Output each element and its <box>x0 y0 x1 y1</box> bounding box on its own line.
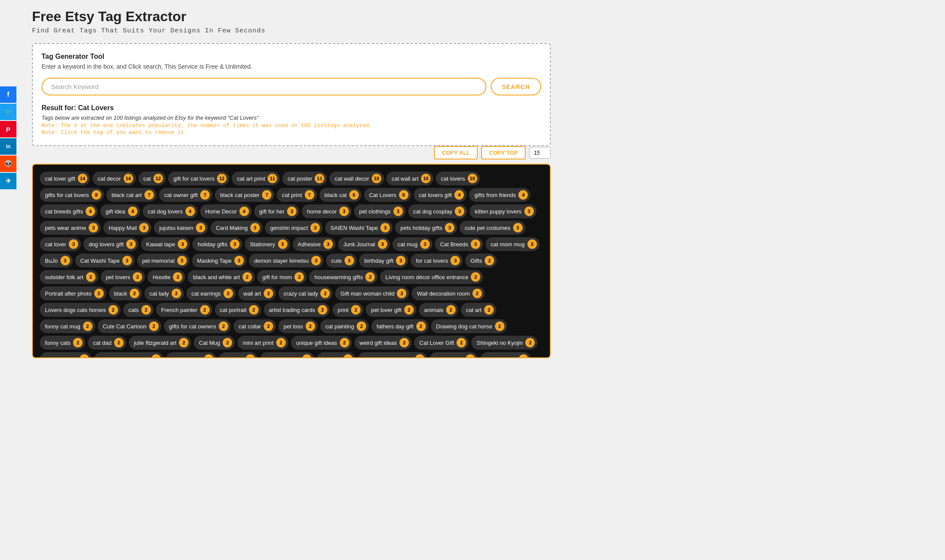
tag-pill[interactable]: pet memorial3 <box>137 254 189 267</box>
tag-pill[interactable]: black cat art7 <box>106 188 156 202</box>
tag-pill[interactable]: Cute Cat Cartoon2 <box>98 319 161 333</box>
tag-pill[interactable]: cute pet costumes3 <box>460 221 525 235</box>
reddit-button[interactable]: 👽 <box>0 156 16 172</box>
tag-pill[interactable]: Kawaii tape3 <box>141 237 190 251</box>
tag-pill[interactable]: cat owner gift7 <box>159 188 212 202</box>
tag-pill[interactable]: cat wall decor10 <box>329 172 383 185</box>
tag-pill[interactable]: Wall decoration room2 <box>412 286 484 300</box>
tag-pill[interactable]: Happy Mail3 <box>103 221 151 235</box>
tag-pill[interactable]: cat lover3 <box>40 237 81 251</box>
tag-pill[interactable]: cat portrait2 <box>215 303 261 317</box>
search-button[interactable]: SEARCH <box>491 78 541 95</box>
tag-pill[interactable]: cat dad2 <box>88 336 126 350</box>
tag-pill[interactable]: outsider folk art2 <box>40 270 98 284</box>
tag-pill[interactable]: kitten puppy lovers3 <box>469 204 536 218</box>
tag-pill[interactable]: gift for mom2 <box>257 270 307 284</box>
tag-pill[interactable]: funny cat mug2 <box>40 319 95 333</box>
tag-pill[interactable]: cat lovers10 <box>436 172 480 185</box>
tag-pill[interactable]: gifts for cat lovers8 <box>40 188 104 202</box>
linkedin-button[interactable]: in <box>0 138 16 155</box>
tag-pill[interactable]: Junk Journal3 <box>338 237 390 251</box>
tag-pill[interactable]: cat earrings2 <box>186 286 236 300</box>
tag-pill[interactable]: funny cats2 <box>40 336 85 350</box>
tag-pill[interactable]: weird gift ideas2 <box>354 336 412 350</box>
tag-pill[interactable]: Drawing dog cat horse2 <box>431 319 507 333</box>
tag-pill[interactable]: unique gift ideas2 <box>291 336 352 350</box>
tag-pill[interactable]: Gifts2 <box>465 254 497 267</box>
tag-pill[interactable]: French painter2 <box>156 303 212 317</box>
tag-pill[interactable]: black cat6 <box>319 188 361 202</box>
tag-pill[interactable]: Card Making3 <box>211 221 262 235</box>
tag-pill[interactable]: genshin impact3 <box>265 221 322 235</box>
tag-pill[interactable]: cat mom gift2 <box>480 352 531 358</box>
tag-pill[interactable]: julie fitzgerald art2 <box>129 336 191 350</box>
tag-pill[interactable]: Living room décor office entrance2 <box>380 270 483 284</box>
tag-pill[interactable]: birthday gift3 <box>359 254 408 267</box>
tag-pill[interactable]: cat painting2 <box>320 319 369 333</box>
tag-pill[interactable]: Cat Lovers6 <box>364 188 411 202</box>
tag-pill[interactable]: gift idea4 <box>100 204 140 218</box>
tag-pill[interactable]: cat wall art10 <box>386 172 433 185</box>
tag-pill[interactable]: cat art2 <box>461 303 496 317</box>
tag-pill[interactable]: cat art print11 <box>232 172 280 185</box>
tag-pill[interactable]: black cat poster7 <box>215 188 274 202</box>
tag-pill[interactable]: pets holiday gifts3 <box>395 221 457 235</box>
tag-pill[interactable]: gifts from friends4 <box>469 188 530 202</box>
tag-pill[interactable]: cat collar2 <box>233 319 276 333</box>
twitter-button[interactable]: 🐦 <box>0 104 16 120</box>
tag-pill[interactable]: dog lovers gift3 <box>83 237 138 251</box>
tag-pill[interactable]: Plushie2 <box>317 352 355 358</box>
tag-pill[interactable]: housewarming gifts2 <box>309 270 377 284</box>
copy-all-button[interactable]: COPY ALL <box>434 146 478 159</box>
tag-pill[interactable]: time spent with cats2 <box>94 352 163 358</box>
copy-top-number[interactable] <box>529 147 551 159</box>
tag-pill[interactable]: crazy cat lady2 <box>278 286 332 300</box>
tag-pill[interactable]: cat stickers2 <box>430 352 478 358</box>
tag-pill[interactable]: mini art print2 <box>237 336 288 350</box>
tag-pill[interactable]: Lovers dogs cats horses2 <box>40 303 121 317</box>
tag-pill[interactable]: fathers day gift2 <box>371 319 428 333</box>
tag-pill[interactable]: cat lover gift14 <box>40 172 90 185</box>
tag-pill[interactable]: cat poster11 <box>282 172 327 185</box>
tag-pill[interactable]: demon slayer kimetsu3 <box>249 254 323 267</box>
tag-pill[interactable]: black2 <box>109 286 142 300</box>
tag-pill[interactable]: animals2 <box>419 303 458 317</box>
tag-pill[interactable]: Christmas gift2 <box>260 352 314 358</box>
tag-pill[interactable]: Cat Breeds3 <box>435 237 483 251</box>
tag-pill[interactable]: Home Decor4 <box>200 204 252 218</box>
tag-pill[interactable]: pet loss2 <box>278 319 318 333</box>
tag-pill[interactable]: cat12 <box>138 172 166 185</box>
tag-pill[interactable]: Cat Washi Tape3 <box>75 254 134 267</box>
tag-pill[interactable]: cat mom mug3 <box>485 237 540 251</box>
facebook-button[interactable]: f <box>0 86 16 103</box>
tag-pill[interactable]: gift for cat lovers12 <box>168 172 229 185</box>
tag-pill[interactable]: cat print7 <box>277 188 316 202</box>
search-input[interactable] <box>42 78 486 95</box>
tag-pill[interactable]: cat dog lovers4 <box>143 204 198 218</box>
tag-pill[interactable]: cats2 <box>123 303 153 317</box>
tag-pill[interactable]: birthday gifts2 <box>40 352 92 358</box>
tag-pill[interactable]: Shingeki no Kyojin2 <box>471 336 537 350</box>
copy-top-button[interactable]: COPY TOP <box>481 146 526 159</box>
tag-pill[interactable]: SAIEN Washi Tape3 <box>325 221 393 235</box>
tag-pill[interactable]: holiday gifts3 <box>192 237 242 251</box>
telegram-button[interactable]: ✈ <box>0 173 16 189</box>
tag-pill[interactable]: Cat Gift2 <box>219 352 258 358</box>
tag-pill[interactable]: gift for her3 <box>254 204 300 218</box>
tag-pill[interactable]: for cat lovers3 <box>411 254 463 267</box>
tag-pill[interactable]: Gift For New House2 <box>358 352 427 358</box>
tag-pill[interactable]: Stationery3 <box>245 237 290 251</box>
tag-pill[interactable]: pet lover gift2 <box>366 303 416 317</box>
tag-pill[interactable]: artist trading cards2 <box>264 303 330 317</box>
tag-pill[interactable]: pets wear anime3 <box>40 221 101 235</box>
tag-pill[interactable]: pet clothings3 <box>354 204 405 218</box>
tag-pill[interactable]: cat breeds gifts4 <box>40 204 98 218</box>
tag-pill[interactable]: cat decor14 <box>93 172 135 185</box>
pinterest-button[interactable]: P <box>0 121 16 137</box>
tag-pill[interactable]: gifts for cat owners2 <box>164 319 231 333</box>
tag-pill[interactable]: cat dog cosplay3 <box>408 204 467 218</box>
tag-pill[interactable]: Cat Lover Gift2 <box>414 336 469 350</box>
tag-pill[interactable]: cat lady2 <box>144 286 184 300</box>
tag-pill[interactable]: wall art2 <box>238 286 276 300</box>
tag-pill[interactable]: Portrait after photo2 <box>40 286 106 300</box>
